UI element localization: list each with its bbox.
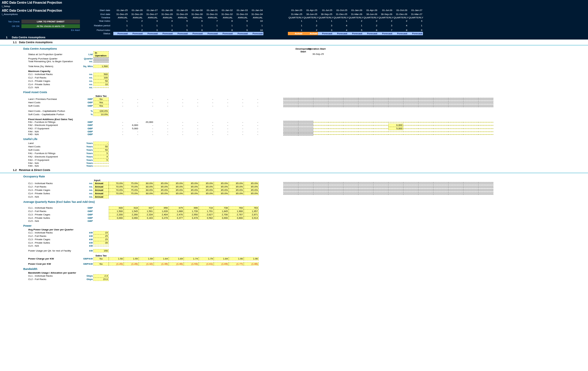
subtitle-1: i_Setup xyxy=(2,5,10,8)
data-row: Property Purchase QuarterQuarter xyxy=(28,57,588,60)
group-fac-title: Fixed Asset Costs xyxy=(0,89,588,95)
ok-button[interactable]: All file checks & alerts OK xyxy=(21,24,80,28)
group-ul-title: Useful Life xyxy=(0,136,588,142)
maxcap-label: Maximum Capacity xyxy=(28,70,81,73)
data-row: CL4 - Private Suitesno.10 xyxy=(28,83,588,86)
data-row: LandYears- xyxy=(28,142,588,145)
data-row: CL3 - Private CageskW25 xyxy=(28,238,588,241)
title-bar-1: ABC Data Centre Ltd Financial Projection… xyxy=(0,0,588,9)
section-1-2-header: 1.2 Revenue & Direct Costs xyxy=(0,167,588,173)
data-row: CL1 - Individual Racksno.500 xyxy=(28,73,588,76)
header: ABC Data Centre Ltd Financial Projection… xyxy=(0,0,588,35)
data-row: FA1 - Furniture & FittingsYears5 xyxy=(28,152,588,155)
data-row: FA5 - N/AYears xyxy=(28,165,588,167)
data-row: Soft CostsYears50 xyxy=(28,148,588,152)
data-row: CL5 - N/Ano. xyxy=(28,86,588,89)
data-row: Total Area (Sq. Meters)Sq. Mtrs1,500 xyxy=(28,65,588,68)
data-row: CL2 - Full Racksno.100 xyxy=(28,76,588,79)
data-row: Hard CostsYears50 xyxy=(28,145,588,148)
section-1-1-header: 1.1 Data Centre Assumptions xyxy=(0,40,588,45)
data-row: FA3 - IT EquipmentYears5 xyxy=(28,158,588,162)
data-row: CL1 - Individual RackskW15 xyxy=(28,231,588,234)
title-1: ABC Data Centre Ltd Financial Projection xyxy=(2,1,62,4)
data-row: CL2 - Full RacksGbps15.0 xyxy=(28,278,588,281)
data-row: CL3 - Private Cagesno.50 xyxy=(28,79,588,83)
data-row: FA4 - N/AYears xyxy=(28,162,588,165)
data-row: Hard Costs - Capitalizable Portion%100.0… xyxy=(28,109,588,113)
link-button[interactable]: LINK TO FRONT SHEET xyxy=(21,20,80,24)
data-row: CL4 - Private SuiteskW35 xyxy=(28,241,588,244)
data-row: Power Usage per Qtr. for rest of Facilit… xyxy=(28,249,588,252)
data-row: CL2 - Full RackskW25 xyxy=(28,234,588,238)
data-row: Total Remaining Qtrs. to Begin Operation… xyxy=(28,60,588,63)
data-row: CL5 - N/AkW xyxy=(28,244,588,247)
data-row: Soft Costs - Capitalizable Portion%10.0% xyxy=(28,113,588,116)
section-1-header: 1 Data Centre Assumptions xyxy=(0,35,588,40)
data-row: FA2 - Electronic EquipmentYears4 xyxy=(28,155,588,158)
data-row: CL1 - Individual RacksGbps2.4 xyxy=(28,274,588,278)
header-grid: ABC Data Centre Ltd Financial Projection… xyxy=(0,9,588,35)
